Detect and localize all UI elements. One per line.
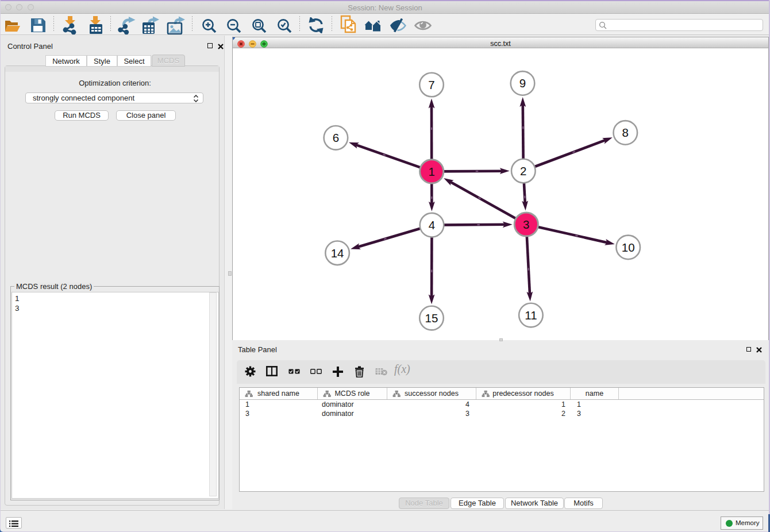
svg-text:2: 2 (520, 164, 526, 178)
svg-text:10: 10 (622, 241, 635, 254)
svg-text:9: 9 (519, 76, 526, 90)
svg-text:7: 7 (428, 78, 434, 91)
svg-text:3: 3 (523, 218, 529, 231)
svg-text:8: 8 (622, 126, 629, 139)
svg-text:6: 6 (333, 131, 339, 144)
svg-text:4: 4 (429, 218, 435, 232)
svg-text:11: 11 (525, 309, 537, 322)
svg-text:15: 15 (425, 311, 438, 325)
svg-text:1: 1 (428, 165, 434, 178)
svg-text:14: 14 (331, 246, 344, 260)
